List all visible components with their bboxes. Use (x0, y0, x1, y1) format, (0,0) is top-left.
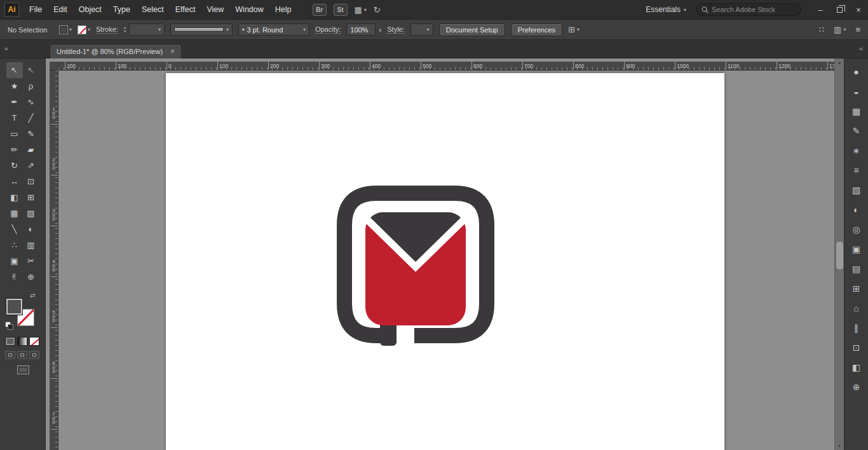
artboard-tool[interactable]: ▣ (6, 253, 23, 269)
stroke-panel-icon[interactable]: ≡ (847, 160, 866, 180)
artboards-panel-icon[interactable]: ⊞ (847, 278, 866, 298)
vertical-scrollbar[interactable]: ▴ ▾ (834, 58, 844, 450)
type-tool[interactable]: T (6, 110, 23, 126)
lasso-tool[interactable]: ρ (23, 78, 39, 94)
sync-status-icon[interactable]: ↻ (374, 5, 381, 15)
navigator-panel-icon[interactable]: ⊕ (847, 377, 866, 397)
libraries-panel-icon[interactable]: ⌂ (847, 298, 866, 318)
menu-view[interactable]: View (201, 0, 229, 19)
change-screen-mode-button[interactable] (17, 365, 29, 374)
workspace-grid-icon[interactable]: ∷ (819, 25, 824, 34)
rotate-tool[interactable]: ↻ (6, 158, 23, 174)
menu-select[interactable]: Select (136, 0, 170, 19)
color-mode-button[interactable] (5, 337, 15, 346)
draw-behind-button[interactable] (17, 351, 27, 359)
menu-help[interactable]: Help (269, 0, 297, 19)
menu-window[interactable]: Window (229, 0, 269, 19)
control-panel-menu-icon[interactable]: ≡ (855, 25, 860, 34)
collapse-panels-chevron[interactable]: « (859, 44, 862, 52)
transform-panel-icon[interactable]: ⊡ (847, 338, 866, 357)
width-tool[interactable]: ↔ (6, 174, 23, 189)
magic-wand-tool[interactable]: ★ (6, 78, 23, 94)
scroll-down-icon[interactable]: ▾ (835, 443, 844, 449)
opacity-panel-link[interactable]: Opacity: (315, 25, 341, 34)
gradient-panel-icon[interactable]: ▧ (847, 180, 866, 200)
menu-effect[interactable]: Effect (170, 0, 201, 19)
style-dropdown[interactable]: ▾ (410, 24, 433, 36)
swap-fill-stroke-icon[interactable]: ⇄ (30, 292, 35, 299)
restore-button[interactable] (830, 0, 849, 19)
eraser-tool[interactable]: ▰ (23, 142, 39, 158)
vertical-ruler[interactable]: 1 0 02 0 03 0 04 0 05 0 06 0 07 0 0 (50, 71, 58, 450)
shape-builder-tool[interactable]: ◧ (6, 189, 23, 205)
reference-point-control[interactable]: ⊞ ▾ (568, 25, 580, 34)
gradient-mode-button[interactable] (17, 337, 27, 346)
draw-inside-button[interactable] (29, 351, 39, 359)
color-panel-icon[interactable]: ● (847, 62, 866, 81)
opacity-field[interactable]: 100% (346, 24, 376, 36)
symbols-panel-icon[interactable]: ∗ (847, 140, 866, 160)
pathfinder-panel-icon[interactable]: ◧ (847, 357, 866, 377)
scroll-up-icon[interactable]: ▴ (835, 60, 844, 65)
tab-close-icon[interactable]: × (170, 47, 175, 56)
dock-layout-control[interactable]: ▥ ▾ (834, 25, 846, 34)
hand-tool[interactable]: ✌ (6, 269, 23, 285)
collapse-tools-chevron[interactable]: « (4, 44, 8, 52)
viewport[interactable] (58, 71, 834, 450)
stock-button[interactable]: St (334, 4, 348, 16)
column-graph-tool[interactable]: ▥ (23, 237, 39, 253)
graphic-styles-panel-icon[interactable]: ▣ (847, 239, 866, 259)
mesh-tool[interactable]: ▦ (6, 205, 23, 221)
swatches-panel-icon[interactable]: ▦ (847, 101, 866, 121)
menu-file[interactable]: File (24, 0, 48, 19)
slice-tool[interactable]: ✂ (23, 253, 39, 269)
opacity-expander-icon[interactable]: › (379, 25, 381, 34)
minimize-button[interactable]: – (811, 0, 830, 19)
symbol-sprayer-tool[interactable]: ∴ (6, 237, 23, 253)
stroke-weight-dropdown[interactable]: ▾ (129, 24, 165, 36)
eyedropper-tool[interactable]: ╲ (6, 221, 23, 237)
width-profile-dropdown[interactable]: ▾ (170, 24, 233, 36)
selection-tool[interactable]: ↖ (6, 62, 23, 78)
menu-object[interactable]: Object (73, 0, 107, 19)
preferences-button[interactable]: Preferences (511, 24, 562, 36)
zoom-tool[interactable]: ⊕ (23, 269, 39, 285)
bridge-button[interactable]: Br (313, 4, 327, 16)
menu-type[interactable]: Type (107, 0, 136, 19)
ruler-origin-corner[interactable] (50, 62, 58, 71)
adobe-stock-search[interactable] (696, 3, 801, 16)
shaper-tool[interactable]: ✏ (6, 142, 23, 158)
document-tab[interactable]: Untitled-1* @ 80% (RGB/Preview) × (50, 44, 182, 58)
free-transform-tool[interactable]: ⊡ (23, 174, 39, 189)
rectangle-tool[interactable]: ▭ (6, 126, 23, 142)
workspace-switcher[interactable]: Essentials ▾ (646, 5, 686, 14)
draw-normal-button[interactable] (5, 351, 15, 359)
none-mode-button[interactable] (29, 337, 39, 346)
brushes-panel-icon[interactable]: ✎ (847, 121, 866, 140)
line-segment-tool[interactable]: ╱ (23, 110, 39, 126)
horizontal-ruler[interactable]: 2001000100200300400500600700800900100011… (58, 62, 834, 71)
stroke-weight-stepper[interactable]: ▴ ▾ (124, 26, 126, 33)
appearance-panel-icon[interactable]: ◎ (847, 219, 866, 239)
close-button[interactable]: × (849, 0, 868, 19)
pen-tool[interactable]: ✒ (6, 94, 23, 110)
color-guide-panel-icon[interactable]: ◒ (847, 81, 866, 101)
stroke-panel-link[interactable]: Stroke: (96, 25, 118, 34)
gradient-tool[interactable]: ▨ (23, 205, 39, 221)
fill-color-control[interactable]: ▾ (59, 25, 72, 34)
document-setup-button[interactable]: Document Setup (439, 24, 505, 36)
curvature-tool[interactable]: ∿ (23, 94, 39, 110)
align-panel-icon[interactable]: ∥ (847, 318, 866, 338)
layers-panel-icon[interactable]: ▤ (847, 259, 866, 278)
menu-edit[interactable]: Edit (48, 0, 73, 19)
fill-color-indicator[interactable] (6, 299, 22, 315)
stroke-color-control[interactable]: ▾ (78, 25, 90, 34)
arrange-documents-button[interactable]: ▦ ▾ (355, 5, 367, 15)
paintbrush-tool[interactable]: ✎ (23, 126, 39, 142)
blend-tool[interactable]: ◐ (23, 221, 39, 237)
transparency-panel-icon[interactable]: ◐ (847, 200, 866, 219)
scale-tool[interactable]: ⇗ (23, 158, 39, 174)
logo-artwork[interactable] (337, 186, 494, 348)
scrollbar-thumb[interactable] (836, 242, 843, 269)
search-input[interactable] (712, 6, 796, 13)
